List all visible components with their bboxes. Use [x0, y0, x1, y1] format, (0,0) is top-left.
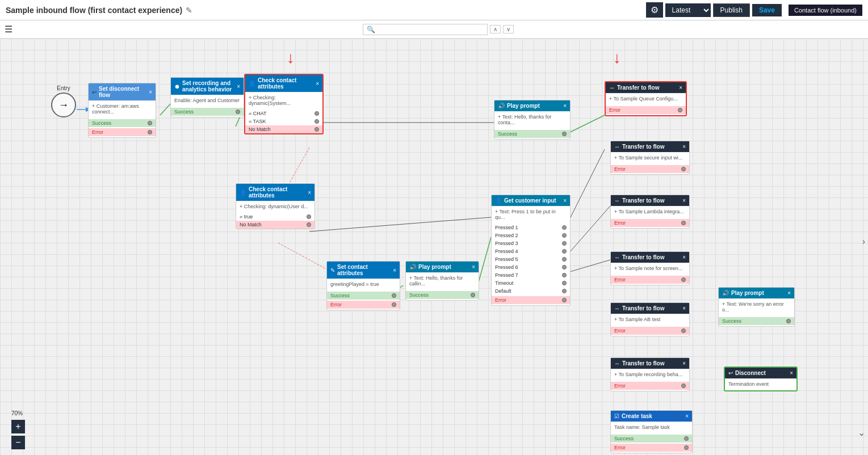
pressed2: Pressed 2 [492, 231, 570, 239]
transfer-flow-2-block: ↔ Transfer to flow × + To Sample secure … [610, 141, 690, 175]
transfer-flow-6-block: ↔ Transfer to flow × + To Sample recordi… [610, 357, 690, 391]
disconnect2-icon: ↩ [728, 370, 733, 376]
scroll-right-indicator: › [862, 237, 865, 247]
get-customer-input-block: 👤 Get customer input × + Text: Press 1 t… [491, 195, 571, 306]
success-row: Success [494, 130, 570, 138]
pressed5: Pressed 5 [492, 255, 570, 263]
close-icon[interactable]: × [682, 360, 686, 366]
zoom-out-button[interactable]: − [11, 436, 25, 449]
error-row: Error [611, 444, 692, 452]
set-recording-block: ⏺ Set recording and analytics behavior ×… [170, 77, 244, 117]
play2-icon: 🔊 [409, 264, 416, 270]
error-row: Error [611, 327, 689, 335]
close-icon[interactable]: × [237, 83, 240, 90]
pressed1: Pressed 1 [492, 224, 570, 231]
timeout-row: Timeout [492, 279, 570, 287]
topbar-left: Sample inbound flow (first contact exper… [6, 6, 192, 15]
svg-line-1 [160, 104, 170, 115]
pressed3: Pressed 3 [492, 239, 570, 247]
success-row: Success [406, 291, 479, 299]
canvas: ↓ ↓ Entry → ↩ Set disconnect flow × + Cu… [0, 39, 868, 455]
create-task-block: ☑ Create task × Task name: Sample task S… [610, 410, 693, 453]
red-arrow-2: ↓ [613, 49, 621, 67]
check-icon: 👤 [249, 81, 255, 87]
set-disconnect-block: ↩ Set disconnect flow × + Customer: am:a… [88, 83, 156, 138]
transfer6-icon: ↔ [614, 360, 620, 366]
close-icon[interactable]: × [563, 197, 567, 204]
transfer-flow-3-block: ↔ Transfer to flow × + To Sample Lambda … [610, 195, 690, 229]
nomatch2-row: No Match [236, 221, 315, 229]
gear-button[interactable]: ⚙ [646, 2, 663, 18]
transfer-flow-4-block: ↔ Transfer to flow × + To Sample note fo… [610, 251, 690, 285]
close-icon[interactable]: × [316, 81, 319, 87]
close-icon[interactable]: × [149, 89, 152, 95]
close-icon[interactable]: × [682, 254, 686, 260]
close-icon[interactable]: × [682, 144, 686, 150]
svg-line-6 [309, 217, 491, 231]
contact-flow-badge: Contact flow (inbound) [789, 5, 862, 16]
play-prompt-error-block: 🔊 Play prompt × + Text: We're sorry an e… [718, 287, 795, 327]
zoom-label: 70% [11, 410, 25, 416]
play-prompt-2-block: 🔊 Play prompt × + Text: Hello, thanks fo… [405, 261, 479, 301]
zoom-controls: 70% + − [11, 410, 25, 449]
nav-up-button[interactable]: ∧ [490, 25, 501, 33]
error-row: Error [89, 128, 156, 136]
pressed4: Pressed 4 [492, 247, 570, 255]
close-icon[interactable]: × [563, 103, 567, 109]
success-row: Success [611, 435, 692, 443]
search-bar: 🔍 [363, 24, 488, 35]
close-icon[interactable]: × [308, 189, 311, 196]
error-row: Error [327, 301, 400, 309]
error-row: Error [611, 219, 689, 227]
success-row: Success [327, 292, 400, 300]
zoom-in-button[interactable]: + [11, 420, 25, 433]
chat-row: = CHAT [245, 109, 322, 117]
entry-label: Entry → [51, 85, 76, 117]
task-icon: ☑ [614, 413, 619, 419]
transfer3-icon: ↔ [614, 197, 620, 204]
input-icon: 👤 [495, 197, 502, 204]
disconnect-block: ↩ Disconnect × Termination event [724, 366, 798, 391]
disconnect-icon: ↩ [92, 89, 97, 95]
secondbar: ☰ 🔍 ∧ ∨ [0, 20, 868, 39]
pressed6: Pressed 6 [492, 263, 570, 271]
pressed7: Pressed 7 [492, 271, 570, 279]
success-row: Success [171, 108, 244, 116]
topbar-right: ⚙ Latest Publish Save Contact flow (inbo… [646, 2, 862, 18]
edit-icon[interactable]: ✎ [186, 6, 192, 15]
close-icon[interactable]: × [682, 305, 686, 311]
transfer-flow-5-block: ↔ Transfer to flow × + To Sample AB test… [610, 302, 690, 336]
scroll-down-indicator: ⌄ [858, 427, 865, 438]
red-arrow-1: ↓ [287, 49, 295, 67]
set-contact-attr-block: ✎ Set contact attributes × greetingPlaye… [326, 261, 400, 310]
topbar: Sample inbound flow (first contact exper… [0, 0, 868, 20]
error-row: Error [611, 276, 689, 284]
success-row: Success [719, 317, 794, 325]
play-icon: 🔊 [498, 103, 505, 109]
close-icon[interactable]: × [472, 264, 475, 270]
setattr-icon: ✎ [330, 267, 335, 273]
close-icon[interactable]: × [682, 197, 686, 204]
close-icon[interactable]: × [679, 85, 682, 91]
check2-icon: 👤 [240, 189, 246, 196]
page-title: Sample inbound flow (first contact exper… [6, 6, 182, 15]
publish-button[interactable]: Publish [713, 3, 750, 17]
version-select[interactable]: Latest [665, 3, 711, 17]
transfer-icon: ↔ [609, 85, 615, 91]
nav-down-button[interactable]: ∨ [503, 25, 514, 33]
menu-icon[interactable]: ☰ [5, 24, 12, 35]
success-row: Success [89, 119, 156, 127]
save-button[interactable]: Save [752, 4, 782, 16]
close-icon[interactable]: × [787, 290, 791, 296]
close-icon[interactable]: × [685, 413, 689, 419]
transfer2-icon: ↔ [614, 144, 620, 150]
default-row: Default [492, 287, 570, 295]
close-icon[interactable]: × [393, 267, 396, 273]
recording-icon: ⏺ [174, 83, 180, 90]
close-icon[interactable]: × [790, 370, 793, 376]
nomatch-row: No Match [245, 125, 322, 133]
search-icon: 🔍 [367, 26, 375, 33]
check-contact-1-block: 👤 Check contact attributes × + Checking:… [244, 74, 324, 134]
check-contact-2-block: 👤 Check contact attributes × + Checking:… [236, 183, 315, 229]
search-input[interactable] [378, 26, 468, 33]
